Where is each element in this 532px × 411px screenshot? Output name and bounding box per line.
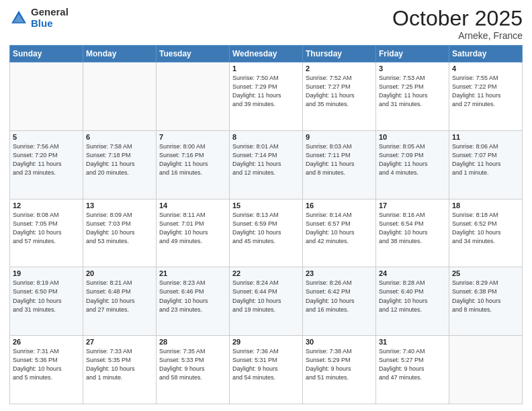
day-info: Sunrise: 8:19 AM Sunset: 6:50 PM Dayligh…: [13, 279, 80, 314]
calendar-cell: [83, 62, 157, 131]
day-info: Sunrise: 7:58 AM Sunset: 7:18 PM Dayligh…: [86, 142, 153, 177]
month-title: October 2025: [392, 7, 523, 30]
calendar-cell: 18Sunrise: 8:18 AM Sunset: 6:52 PM Dayli…: [449, 199, 523, 267]
day-info: Sunrise: 8:13 AM Sunset: 6:59 PM Dayligh…: [232, 211, 300, 246]
page: General Blue October 2025 Arneke, France…: [0, 0, 532, 411]
day-info: Sunrise: 8:08 AM Sunset: 7:05 PM Dayligh…: [13, 211, 80, 246]
calendar-cell: 7Sunrise: 8:00 AM Sunset: 7:16 PM Daylig…: [157, 130, 230, 199]
calendar-cell: 24Sunrise: 8:28 AM Sunset: 6:40 PM Dayli…: [376, 267, 449, 336]
calendar-cell: 31Sunrise: 7:40 AM Sunset: 5:27 PM Dayli…: [376, 336, 449, 404]
calendar-cell: 10Sunrise: 8:05 AM Sunset: 7:09 PM Dayli…: [376, 130, 449, 199]
day-info: Sunrise: 7:38 AM Sunset: 5:29 PM Dayligh…: [306, 347, 373, 382]
day-number: 5: [13, 133, 80, 141]
calendar-cell: [449, 336, 523, 404]
calendar-cell: 20Sunrise: 8:21 AM Sunset: 6:48 PM Dayli…: [83, 267, 157, 336]
day-number: 13: [86, 201, 153, 210]
day-info: Sunrise: 7:36 AM Sunset: 5:31 PM Dayligh…: [232, 347, 300, 382]
calendar-cell: 5Sunrise: 7:56 AM Sunset: 7:20 PM Daylig…: [10, 130, 83, 199]
day-number: 15: [232, 201, 300, 210]
day-number: 3: [379, 64, 446, 73]
day-number: 16: [306, 201, 373, 210]
day-number: 25: [452, 269, 519, 277]
day-number: 22: [232, 269, 300, 277]
calendar-cell: 11Sunrise: 8:06 AM Sunset: 7:07 PM Dayli…: [449, 130, 523, 199]
calendar-cell: 3Sunrise: 7:53 AM Sunset: 7:25 PM Daylig…: [376, 62, 449, 131]
calendar-cell: 12Sunrise: 8:08 AM Sunset: 7:05 PM Dayli…: [10, 199, 83, 267]
calendar-cell: 29Sunrise: 7:36 AM Sunset: 5:31 PM Dayli…: [230, 336, 303, 404]
calendar-cell: [10, 62, 83, 131]
location: Arneke, France: [392, 30, 523, 41]
day-number: 23: [306, 269, 373, 277]
logo: General Blue: [9, 7, 69, 29]
day-header-saturday: Saturday: [449, 46, 523, 62]
day-info: Sunrise: 7:40 AM Sunset: 5:27 PM Dayligh…: [379, 347, 446, 382]
calendar-cell: 9Sunrise: 8:03 AM Sunset: 7:11 PM Daylig…: [303, 130, 376, 199]
day-number: 7: [159, 133, 226, 141]
day-info: Sunrise: 7:53 AM Sunset: 7:25 PM Dayligh…: [379, 74, 446, 109]
day-info: Sunrise: 8:11 AM Sunset: 7:01 PM Dayligh…: [159, 211, 226, 246]
day-info: Sunrise: 8:09 AM Sunset: 7:03 PM Dayligh…: [86, 211, 153, 246]
calendar-cell: 22Sunrise: 8:24 AM Sunset: 6:44 PM Dayli…: [230, 267, 303, 336]
day-info: Sunrise: 8:24 AM Sunset: 6:44 PM Dayligh…: [232, 279, 300, 314]
day-info: Sunrise: 8:16 AM Sunset: 6:54 PM Dayligh…: [379, 211, 446, 246]
calendar-cell: 13Sunrise: 8:09 AM Sunset: 7:03 PM Dayli…: [83, 199, 157, 267]
day-number: 31: [379, 338, 446, 346]
day-number: 4: [452, 64, 519, 73]
calendar-cell: 26Sunrise: 7:31 AM Sunset: 5:36 PM Dayli…: [10, 336, 83, 404]
day-header-sunday: Sunday: [10, 46, 83, 62]
day-number: 24: [379, 269, 446, 277]
day-header-monday: Monday: [83, 46, 157, 62]
calendar-cell: 17Sunrise: 8:16 AM Sunset: 6:54 PM Dayli…: [376, 199, 449, 267]
day-number: 10: [379, 133, 446, 141]
day-info: Sunrise: 8:01 AM Sunset: 7:14 PM Dayligh…: [232, 142, 300, 177]
day-number: 9: [306, 133, 373, 141]
day-info: Sunrise: 7:31 AM Sunset: 5:36 PM Dayligh…: [13, 347, 80, 382]
header: General Blue October 2025 Arneke, France: [9, 7, 523, 41]
calendar-cell: 27Sunrise: 7:33 AM Sunset: 5:35 PM Dayli…: [83, 336, 157, 404]
day-info: Sunrise: 8:26 AM Sunset: 6:42 PM Dayligh…: [306, 279, 373, 314]
day-header-wednesday: Wednesday: [230, 46, 303, 62]
calendar-cell: 16Sunrise: 8:14 AM Sunset: 6:57 PM Dayli…: [303, 199, 376, 267]
day-header-friday: Friday: [376, 46, 449, 62]
day-info: Sunrise: 8:14 AM Sunset: 6:57 PM Dayligh…: [306, 211, 373, 246]
day-number: 21: [159, 269, 226, 277]
calendar-cell: 19Sunrise: 8:19 AM Sunset: 6:50 PM Dayli…: [10, 267, 83, 336]
day-info: Sunrise: 8:28 AM Sunset: 6:40 PM Dayligh…: [379, 279, 446, 314]
calendar-cell: [157, 62, 230, 131]
day-info: Sunrise: 7:52 AM Sunset: 7:27 PM Dayligh…: [306, 74, 373, 109]
title-block: October 2025 Arneke, France: [392, 7, 523, 41]
day-number: 2: [306, 64, 373, 73]
calendar-cell: 21Sunrise: 8:23 AM Sunset: 6:46 PM Dayli…: [157, 267, 230, 336]
day-info: Sunrise: 8:23 AM Sunset: 6:46 PM Dayligh…: [159, 279, 226, 314]
calendar-cell: 8Sunrise: 8:01 AM Sunset: 7:14 PM Daylig…: [230, 130, 303, 199]
day-info: Sunrise: 7:56 AM Sunset: 7:20 PM Dayligh…: [13, 142, 80, 177]
calendar-cell: 25Sunrise: 8:29 AM Sunset: 6:38 PM Dayli…: [449, 267, 523, 336]
day-number: 20: [86, 269, 153, 277]
day-number: 29: [232, 338, 300, 346]
day-number: 6: [86, 133, 153, 141]
calendar-cell: 1Sunrise: 7:50 AM Sunset: 7:29 PM Daylig…: [230, 62, 303, 131]
day-info: Sunrise: 8:21 AM Sunset: 6:48 PM Dayligh…: [86, 279, 153, 314]
calendar-cell: 30Sunrise: 7:38 AM Sunset: 5:29 PM Dayli…: [303, 336, 376, 404]
calendar-cell: 4Sunrise: 7:55 AM Sunset: 7:22 PM Daylig…: [449, 62, 523, 131]
day-info: Sunrise: 8:06 AM Sunset: 7:07 PM Dayligh…: [452, 142, 519, 177]
day-number: 12: [13, 201, 80, 210]
day-number: 19: [13, 269, 80, 277]
logo-blue: Blue: [31, 17, 53, 29]
calendar-table: SundayMondayTuesdayWednesdayThursdayFrid…: [9, 45, 523, 404]
day-info: Sunrise: 7:55 AM Sunset: 7:22 PM Dayligh…: [452, 74, 519, 109]
logo-general: General: [31, 6, 69, 17]
day-info: Sunrise: 8:05 AM Sunset: 7:09 PM Dayligh…: [379, 142, 446, 177]
day-info: Sunrise: 7:33 AM Sunset: 5:35 PM Dayligh…: [86, 347, 153, 382]
day-number: 18: [452, 201, 519, 210]
day-info: Sunrise: 7:50 AM Sunset: 7:29 PM Dayligh…: [232, 74, 300, 109]
day-info: Sunrise: 8:00 AM Sunset: 7:16 PM Dayligh…: [159, 142, 226, 177]
logo-text: General Blue: [31, 7, 69, 29]
day-number: 26: [13, 338, 80, 346]
day-number: 11: [452, 133, 519, 141]
day-header-tuesday: Tuesday: [157, 46, 230, 62]
day-number: 8: [232, 133, 300, 141]
calendar-cell: 14Sunrise: 8:11 AM Sunset: 7:01 PM Dayli…: [157, 199, 230, 267]
day-number: 1: [232, 64, 300, 73]
day-number: 14: [159, 201, 226, 210]
